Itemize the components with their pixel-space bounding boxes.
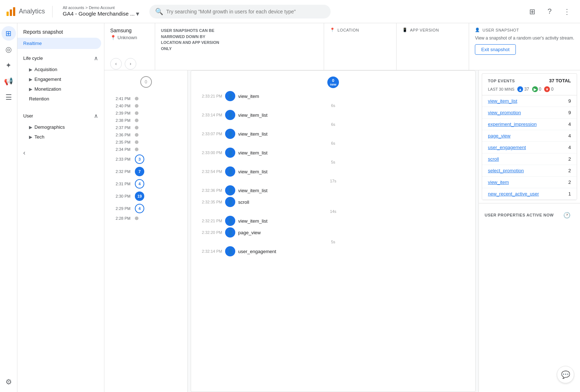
event-icon: 👤 [225, 227, 235, 238]
event-name[interactable]: view_item_list [238, 169, 268, 174]
event-row: 2:33:07 PM👤view_item_list [197, 129, 469, 139]
sidebar-item-engagement[interactable]: ▶ Engagement [23, 74, 104, 84]
sidebar-collapse[interactable]: ‹ [17, 145, 104, 161]
event-name[interactable]: page_view [238, 230, 261, 235]
event-icon: 👤 [225, 129, 235, 139]
event-time: 2:32:54 PM [197, 169, 222, 174]
event-time: 2:33:21 PM [197, 94, 222, 98]
event-list-name[interactable]: select_promotion [488, 168, 524, 173]
event-row: 2:33:00 PM👤view_item_list [197, 148, 469, 158]
event-stream: 0 new 2:33:21 PM👤view_item6s2:33:14 PM👤v… [191, 70, 476, 392]
timeline-time: 2:34 PM [109, 147, 130, 152]
event-list-name[interactable]: experiment_impression [488, 121, 536, 127]
search-bar[interactable]: 🔍 [149, 5, 331, 18]
event-time: 2:33:14 PM [197, 113, 222, 117]
event-list-name[interactable]: scroll [488, 156, 499, 162]
event-list-name[interactable]: new_recent_active_user [488, 191, 539, 197]
timeline-dot[interactable]: 4 [135, 179, 144, 189]
sidebar-item-realtime[interactable]: Realtime [17, 38, 101, 49]
event-list-count: 1 [568, 191, 571, 197]
timeline-time: 2:31 PM [109, 182, 130, 186]
dropdown-arrow-icon[interactable]: ▾ [136, 10, 139, 18]
location-label: 📍 LOCATION [330, 28, 390, 32]
timeline-dot[interactable]: 3 [135, 154, 144, 164]
sidebar-item-retention[interactable]: Retention [23, 94, 104, 104]
event-duration: 6s [197, 121, 469, 127]
event-list-name[interactable]: view_item_list [488, 98, 517, 104]
user-snapshot-icon: 👤 [475, 28, 480, 32]
event-name[interactable]: view_item_list [238, 218, 268, 224]
chat-button[interactable]: 💬 [557, 366, 574, 383]
user-section-header[interactable]: User ∧ [17, 110, 104, 122]
event-duration: 5s [197, 239, 469, 245]
top-events-subtitle: LAST 30 MINS ▲ 37 ▶ 0 ▼ 0 [482, 85, 577, 95]
user-collapse-icon: ∧ [94, 112, 98, 119]
lifecycle-section-header[interactable]: Life cycle ∧ [17, 52, 104, 65]
event-time: 2:33:00 PM [197, 150, 222, 155]
monetization-chevron-icon: ▶ [29, 87, 32, 92]
green-badge: ▶ 0 [532, 86, 542, 92]
rail-explore-icon[interactable]: ✦ [1, 58, 16, 73]
event-list-name[interactable]: view_promotion [488, 110, 521, 115]
red-dot: ▼ [544, 86, 550, 92]
last-30-mins-label: LAST 30 MINS [488, 87, 514, 91]
event-name[interactable]: scroll [238, 199, 249, 205]
event-name[interactable]: view_item_list [238, 112, 268, 118]
timeline-dot[interactable]: 4 [135, 204, 144, 213]
topbar: Analytics All accounts > Demo Account GA… [0, 0, 580, 23]
next-user-button[interactable]: › [125, 58, 136, 70]
event-list-item: user_engagement4 [482, 142, 577, 153]
sidebar-item-demographics[interactable]: ▶ Demographics [23, 122, 104, 132]
exit-snapshot-button[interactable]: Exit snapshot [475, 44, 515, 55]
search-area[interactable]: 🔍 [149, 5, 331, 18]
rail-reports-icon[interactable]: ◎ [1, 42, 16, 57]
sidebar-item-tech[interactable]: ▶ Tech [23, 132, 104, 142]
event-row: 2:32:36 PM👤view_item_list [197, 185, 469, 195]
timeline-dot[interactable]: 19 [135, 191, 144, 201]
event-list-name[interactable]: user_engagement [488, 145, 526, 150]
collapse-icon: ‹ [23, 149, 25, 156]
event-name[interactable]: view_item [238, 94, 259, 99]
event-list-item: select_promotion2 [482, 165, 577, 177]
search-input[interactable] [166, 9, 325, 15]
event-row: 2:32:35 PM👤scroll [197, 197, 469, 207]
event-row: 2:33:14 PM👤view_item_list [197, 110, 469, 120]
event-name[interactable]: view_item_list [238, 150, 268, 156]
timeline-dot[interactable]: 7 [135, 167, 144, 176]
timeline-time: 2:39 PM [109, 111, 130, 115]
timeline-row: 2:29 PM4 [104, 202, 187, 215]
timeline-time: 2:33 PM [109, 157, 130, 161]
more-options-icon[interactable]: ⋮ [560, 4, 574, 19]
event-stream-rows: 2:33:21 PM👤view_item6s2:33:14 PM👤view_it… [197, 91, 469, 256]
timeline-time: 2:41 PM [109, 96, 130, 101]
event-list-count: 4 [568, 145, 571, 150]
apps-icon[interactable]: ⊞ [525, 4, 539, 19]
event-name[interactable]: view_item_list [238, 188, 268, 193]
sidebar: Reports snapshot Realtime Life cycle ∧ ▶… [17, 23, 104, 392]
green-dot: ▶ [532, 86, 538, 92]
user-props-history-icon[interactable]: 🕐 [560, 208, 574, 222]
sidebar-item-acquisition[interactable]: ▶ Acquisition [23, 65, 104, 74]
tech-chevron-icon: ▶ [29, 135, 32, 140]
event-list-item: view_promotion9 [482, 107, 577, 119]
rail-list-icon[interactable]: ☰ [1, 90, 16, 104]
lifecycle-label: Life cycle [23, 55, 43, 61]
sidebar-item-monetization[interactable]: ▶ Monetization [23, 84, 104, 94]
event-name[interactable]: view_item_list [238, 131, 268, 137]
prev-user-button[interactable]: ‹ [110, 58, 122, 70]
title-row[interactable]: GA4 - Google Merchandise ... ▾ [63, 10, 139, 18]
event-stream-header: 0 new [197, 77, 469, 88]
event-time: 2:32:20 PM [197, 230, 222, 235]
timeline-time: 2:36 PM [109, 133, 130, 137]
rail-advertising-icon[interactable]: 📢 [1, 74, 16, 88]
help-icon[interactable]: ? [542, 4, 557, 19]
event-list-name[interactable]: page_view [488, 133, 510, 139]
event-list-name[interactable]: view_item [488, 180, 509, 185]
rail-settings-icon[interactable]: ⚙ [1, 375, 16, 389]
rail-home-icon[interactable]: ⊞ [1, 26, 16, 41]
monetization-label: Monetization [34, 86, 61, 92]
event-name[interactable]: user_engagement [238, 249, 276, 254]
retention-label: Retention [29, 96, 49, 102]
timeline-dot [135, 104, 138, 108]
new-events-badge: 0 new [327, 77, 339, 88]
